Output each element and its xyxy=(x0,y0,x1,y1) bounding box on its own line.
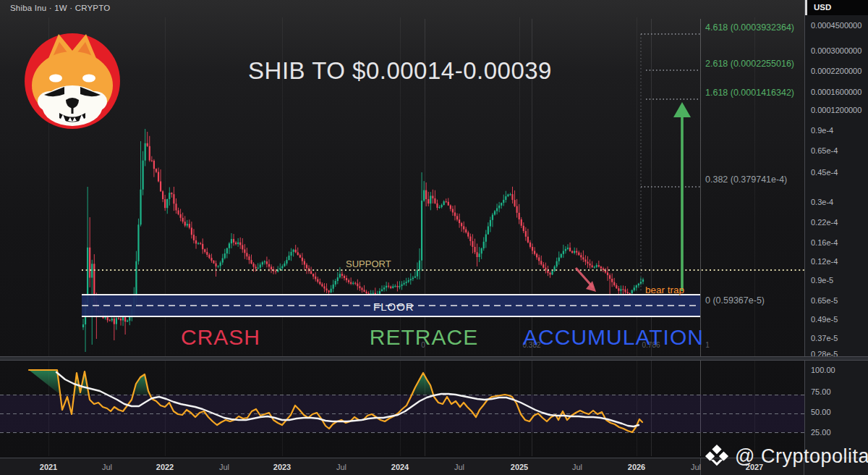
watermark-text: @ Cryptopolitan xyxy=(735,445,868,468)
support-label: SUPPORT xyxy=(346,258,391,269)
watermark: @ Cryptopolitan xyxy=(705,443,868,469)
time-tick-jul: Jul xyxy=(454,463,464,471)
tradingview-chart-window: Shiba Inu · 1W · CRYPTO SHIB TO $0.00014… xyxy=(0,0,868,475)
cryptopolitan-logo-icon xyxy=(705,443,729,469)
time-tick-2024: 2024 xyxy=(391,463,409,471)
price-axis-label: 0.9e-5 xyxy=(811,276,833,285)
price-axis-label: 0.12e-4 xyxy=(811,257,838,266)
price-axis-label: 0.3e-4 xyxy=(811,198,833,206)
price-axis-label: 50.00 xyxy=(811,408,831,416)
symbol-title[interactable]: Shiba Inu · 1W · CRYPTO xyxy=(10,4,110,12)
price-axis-label: 0.65e-5 xyxy=(811,296,838,305)
price-axis-label: 0.22e-4 xyxy=(811,218,838,227)
price-axis[interactable]: USD 0.00045000000.00030000000.0002200000… xyxy=(804,0,868,458)
price-axis-label: 75.00 xyxy=(811,387,831,396)
price-axis-label: 0.0001200000 xyxy=(811,106,861,114)
fib-level-label: 2.618 (0.0002255016) xyxy=(705,59,794,69)
time-tick-jul: Jul xyxy=(102,463,112,471)
shiba-inu-logo xyxy=(18,25,127,133)
time-tick-jul: Jul xyxy=(572,463,582,471)
fib-ratio-label: 1 xyxy=(705,341,710,349)
fib-level-label: 0 (0.59367e-5) xyxy=(705,295,765,306)
floor-label: FLOOR xyxy=(373,300,414,313)
price-axis-label: 0.16e-4 xyxy=(811,238,838,247)
price-axis-label: 0.45e-4 xyxy=(811,168,838,177)
time-tick-jul: Jul xyxy=(336,463,346,471)
fib-level-label: 4.618 (0.0003932364) xyxy=(705,22,794,33)
zone-label-retrace: RETRACE xyxy=(370,325,478,350)
bear-trap-label: bear trap xyxy=(645,285,684,295)
time-tick-2022: 2022 xyxy=(156,463,174,471)
time-tick-jul: Jul xyxy=(219,463,229,471)
price-axis-label: 0.9e-4 xyxy=(811,126,833,135)
price-axis-label: 0.65e-4 xyxy=(811,146,838,155)
price-axis-label: 0.37e-5 xyxy=(811,334,838,342)
fib-level-label: 1.618 (0.0001416342) xyxy=(705,88,794,98)
time-tick-jul: Jul xyxy=(691,463,701,471)
price-axis-label: 0.49e-5 xyxy=(811,315,838,324)
time-tick-2026: 2026 xyxy=(628,463,645,471)
time-tick-2023: 2023 xyxy=(273,463,291,471)
price-axis-label: 100.00 xyxy=(811,366,835,374)
page-title: SHIB TO $0.00014-0.00039 xyxy=(248,57,552,85)
price-axis-label: 25.00 xyxy=(811,428,831,437)
zone-label-crash: CRASH xyxy=(181,325,260,350)
time-tick-2021: 2021 xyxy=(40,463,57,471)
price-axis-label: 0.0004500000 xyxy=(811,21,861,30)
price-axis-label: 0.0002200000 xyxy=(811,67,861,75)
zone-label-accumulation: ACCUMULATION xyxy=(523,325,704,350)
pane-separator[interactable] xyxy=(0,356,868,361)
price-axis-label: 0.0003000000 xyxy=(811,46,861,55)
currency-usd-button[interactable]: USD xyxy=(805,0,868,15)
time-tick-2025: 2025 xyxy=(511,463,528,471)
price-axis-label: 0.0001600000 xyxy=(811,88,861,96)
fib-level-label: 0.382 (0.379741e-4) xyxy=(705,175,787,185)
